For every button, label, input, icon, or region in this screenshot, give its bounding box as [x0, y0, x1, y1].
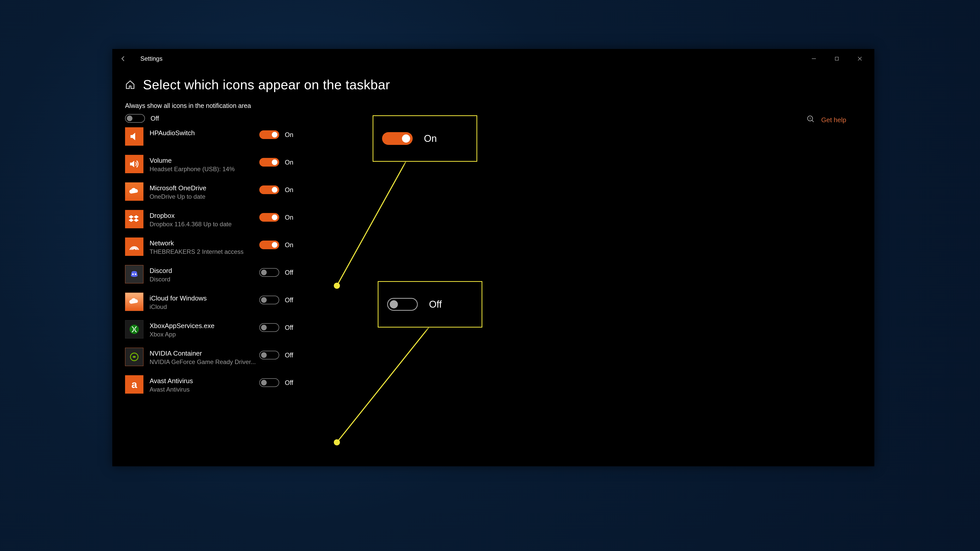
callout-on-label: On — [424, 133, 437, 144]
nvidia-icon — [125, 348, 143, 366]
page-header: Select which icons appear on the taskbar — [125, 77, 874, 92]
onedrive-icon — [125, 183, 143, 201]
svg-point-4 — [132, 273, 134, 275]
close-button[interactable] — [848, 51, 871, 66]
item-state: On — [285, 214, 293, 221]
hpaudioswitch-icon — [125, 127, 143, 146]
minimize-icon — [811, 56, 816, 61]
item-sub: Avast Antivirus — [150, 386, 259, 393]
back-arrow-icon — [120, 56, 127, 62]
svg-text:?: ? — [809, 117, 811, 121]
help-icon: ? — [807, 115, 815, 125]
item-sub: Dropbox 116.4.368 Up to date — [150, 220, 259, 228]
item-name: Microsoft OneDrive — [150, 184, 259, 192]
item-name: Discord — [150, 267, 259, 275]
list-item: a Avast Antivirus Avast Antivirus Off — [125, 375, 345, 394]
avast-icon: a — [125, 375, 143, 394]
always-show-toggle[interactable] — [125, 114, 145, 123]
list-item: NVIDIA Container NVIDIA GeForce Game Rea… — [125, 348, 345, 366]
item-toggle[interactable] — [259, 213, 279, 222]
item-toggle[interactable] — [259, 323, 279, 332]
close-icon — [857, 56, 862, 61]
callout-on: On — [372, 115, 477, 162]
get-help-link[interactable]: Get help — [821, 116, 846, 124]
item-toggle[interactable] — [259, 186, 279, 194]
list-item: HPAudioSwitch On — [125, 127, 345, 146]
item-toggle[interactable] — [259, 268, 279, 277]
item-sub: Discord — [150, 275, 259, 283]
list-item: Microsoft OneDrive OneDrive Up to date O… — [125, 183, 345, 201]
item-state: On — [285, 186, 293, 194]
item-name: Avast Antivirus — [150, 377, 259, 386]
callout-off-toggle — [387, 298, 418, 311]
titlebar: Settings — [112, 49, 874, 68]
discord-icon — [125, 265, 143, 283]
list-item: Discord Discord Off — [125, 265, 345, 283]
item-name: iCloud for Windows — [150, 294, 259, 303]
page-title: Select which icons appear on the taskbar — [143, 77, 390, 92]
always-show-label: Always show all icons in the notificatio… — [125, 102, 345, 110]
item-name: Dropbox — [150, 211, 259, 220]
xbox-icon — [125, 320, 143, 338]
callout-off-label: Off — [429, 299, 442, 310]
always-show-state: Off — [151, 115, 159, 122]
list-item: Network THEBREAKERS 2 Internet access On — [125, 238, 345, 256]
item-state: On — [285, 241, 293, 249]
settings-window: Settings Select which icons appear on th… — [112, 49, 874, 466]
list-item: XboxAppServices.exe Xbox App Off — [125, 320, 345, 338]
item-name: HPAudioSwitch — [150, 129, 259, 138]
callout-on-toggle — [382, 132, 413, 145]
maximize-icon — [835, 56, 839, 61]
item-sub: NVIDIA GeForce Game Ready Driver... — [150, 358, 259, 366]
item-sub: THEBREAKERS 2 Internet access — [150, 248, 259, 256]
item-name: NVIDIA Container — [150, 349, 259, 358]
item-state: On — [285, 159, 293, 166]
item-toggle[interactable] — [259, 295, 279, 304]
dropbox-icon — [125, 210, 143, 228]
svg-point-6 — [130, 325, 139, 334]
item-sub: iCloud — [150, 303, 259, 311]
item-sub: Xbox App — [150, 330, 259, 338]
item-sub: Headset Earphone (USB): 14% — [150, 165, 259, 173]
side-panel: ? Get help — [807, 115, 846, 125]
callout-off: Off — [378, 281, 482, 327]
back-button[interactable] — [117, 52, 130, 65]
volume-icon — [125, 155, 143, 173]
item-toggle[interactable] — [259, 378, 279, 387]
item-state: On — [285, 131, 293, 138]
minimize-button[interactable] — [802, 51, 825, 66]
window-title: Settings — [140, 55, 162, 62]
item-name: XboxAppServices.exe — [150, 322, 259, 330]
network-icon — [125, 238, 143, 256]
home-icon[interactable] — [125, 79, 135, 90]
item-state: Off — [285, 379, 293, 386]
item-toggle[interactable] — [259, 130, 279, 139]
item-name: Volume — [150, 156, 259, 165]
svg-point-5 — [135, 273, 136, 275]
item-toggle[interactable] — [259, 158, 279, 167]
item-state: Off — [285, 324, 293, 331]
list-item: iCloud for Windows iCloud Off — [125, 292, 345, 311]
svg-rect-1 — [835, 57, 838, 60]
maximize-button[interactable] — [825, 51, 848, 66]
list-item: Dropbox Dropbox 116.4.368 Up to date On — [125, 210, 345, 228]
item-state: Off — [285, 297, 293, 304]
item-state: Off — [285, 269, 293, 276]
item-state: Off — [285, 351, 293, 359]
item-toggle[interactable] — [259, 351, 279, 359]
item-name: Network — [150, 239, 259, 248]
item-sub: OneDrive Up to date — [150, 192, 259, 200]
icloud-icon — [125, 292, 143, 311]
item-toggle[interactable] — [259, 241, 279, 249]
list-item: Volume Headset Earphone (USB): 14% On — [125, 155, 345, 173]
